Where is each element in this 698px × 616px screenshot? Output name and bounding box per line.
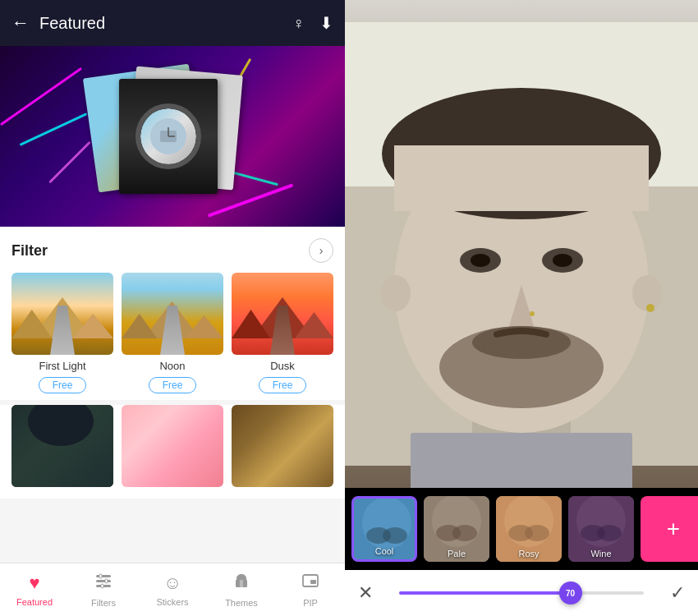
svg-point-36 xyxy=(432,496,481,547)
nav-item-featured[interactable]: ♥ Featured xyxy=(0,563,69,616)
thumb-item-2[interactable] xyxy=(122,405,223,487)
svg-point-24 xyxy=(553,254,572,267)
thumb-item-1[interactable] xyxy=(11,405,113,487)
featured-icon: ♥ xyxy=(29,572,39,594)
svg-rect-4 xyxy=(96,575,111,577)
filter-name-firstlight: First Light xyxy=(39,360,85,372)
close-button[interactable]: ✕ xyxy=(358,582,391,604)
main-photo xyxy=(345,0,698,488)
header-actions: ♀ ⬇ xyxy=(292,13,333,33)
svg-point-44 xyxy=(576,496,626,547)
filters-icon xyxy=(94,572,113,595)
filters-label: Filters xyxy=(91,598,116,608)
strip-item-pale[interactable]: Pale xyxy=(424,496,489,562)
filter-thumb-noon xyxy=(122,273,223,355)
download-icon[interactable]: ⬇ xyxy=(319,13,333,33)
svg-point-30 xyxy=(530,311,535,316)
intensity-slider[interactable]: 70 xyxy=(399,591,644,595)
content-area: Filter › First Light xyxy=(0,227,345,563)
pip-label: PIP xyxy=(303,598,318,608)
filter-section-header: Filter › xyxy=(11,238,333,263)
filter-item-firstlight[interactable]: First Light Free xyxy=(11,273,113,393)
search-icon[interactable]: ♀ xyxy=(292,14,305,33)
slider-fill xyxy=(399,591,571,595)
svg-rect-17 xyxy=(411,433,632,488)
nav-item-stickers[interactable]: ☺ Stickers xyxy=(138,563,207,616)
filter-item-noon[interactable]: Noon Free xyxy=(122,273,223,393)
watch-face xyxy=(135,103,201,169)
stickers-label: Stickers xyxy=(156,597,188,607)
add-icon: + xyxy=(667,516,680,542)
hero-banner xyxy=(0,46,345,227)
strip-item-cool[interactable]: Cool xyxy=(351,496,417,562)
pip-icon xyxy=(301,572,319,595)
deco-line-1 xyxy=(0,67,82,126)
app-header: ← Featured ♀ ⬇ xyxy=(0,0,345,46)
svg-point-42 xyxy=(525,525,549,541)
svg-point-34 xyxy=(383,527,407,544)
back-button[interactable]: ← xyxy=(11,12,30,34)
add-filter-button[interactable]: + xyxy=(641,496,698,562)
confirm-button[interactable]: ✓ xyxy=(652,582,685,604)
deco-line-3 xyxy=(48,141,91,184)
svg-point-38 xyxy=(452,525,477,541)
filter-strip: Cool Pale Rosy xyxy=(345,488,698,570)
svg-rect-20 xyxy=(394,145,649,211)
bottom-navigation: ♥ Featured Filters ☺ Stickers xyxy=(0,563,345,616)
svg-rect-11 xyxy=(240,580,243,587)
strip-label-pale: Pale xyxy=(424,549,489,559)
strip-label-wine: Wine xyxy=(568,549,634,559)
free-badge-noon: Free xyxy=(149,377,197,393)
stickers-icon: ☺ xyxy=(163,572,181,594)
free-badge-firstlight: Free xyxy=(39,377,87,393)
right-panel: Cool Pale Rosy xyxy=(345,0,698,616)
left-panel: ← Featured ♀ ⬇ xyxy=(0,0,345,616)
slider-value: 70 xyxy=(566,589,575,598)
slider-track: 70 xyxy=(399,591,644,595)
watch-photo xyxy=(119,79,218,194)
strip-label-rosy: Rosy xyxy=(496,549,562,559)
nav-item-themes[interactable]: Themes xyxy=(207,563,276,616)
slider-thumb[interactable]: 70 xyxy=(559,582,582,605)
svg-rect-5 xyxy=(96,580,111,582)
deco-line-2 xyxy=(20,113,88,146)
svg-rect-9 xyxy=(101,584,103,588)
free-badge-dusk: Free xyxy=(259,377,307,393)
themes-icon xyxy=(232,572,250,595)
svg-point-22 xyxy=(471,254,490,267)
filter-thumb-dusk xyxy=(232,273,333,355)
svg-point-27 xyxy=(381,275,411,311)
filter-section: Filter › First Light xyxy=(0,227,345,400)
filter-name-dusk: Dusk xyxy=(270,360,295,372)
svg-point-40 xyxy=(504,496,553,547)
filter-section-title: Filter xyxy=(11,242,48,260)
svg-point-26 xyxy=(439,326,604,408)
filter-item-dusk[interactable]: Dusk Free xyxy=(232,273,333,393)
filter-thumb-firstlight xyxy=(11,273,113,355)
strip-item-wine[interactable]: Wine xyxy=(568,496,634,562)
arrow-icon: › xyxy=(319,244,324,257)
thumbnail-grid xyxy=(0,405,345,499)
filter-grid: First Light Free Noon Free xyxy=(11,273,333,393)
page-title: Featured xyxy=(39,14,292,33)
watch-inner xyxy=(140,108,196,164)
filter-name-noon: Noon xyxy=(159,360,185,372)
svg-point-46 xyxy=(597,525,622,541)
svg-rect-13 xyxy=(310,580,316,584)
svg-point-29 xyxy=(646,304,654,312)
strip-label-cool: Cool xyxy=(354,546,415,556)
featured-label: Featured xyxy=(16,597,53,607)
svg-point-32 xyxy=(362,499,411,549)
svg-rect-8 xyxy=(105,579,108,583)
face-svg xyxy=(345,0,698,488)
filter-more-button[interactable]: › xyxy=(309,238,333,263)
themes-label: Themes xyxy=(225,598,258,608)
thumb-item-3[interactable] xyxy=(232,405,333,487)
svg-rect-7 xyxy=(99,574,102,578)
bottom-controls: ✕ 70 ✓ xyxy=(345,570,698,616)
hero-photo-stack xyxy=(90,62,255,210)
nav-item-pip[interactable]: PIP xyxy=(276,563,345,616)
nav-item-filters[interactable]: Filters xyxy=(69,563,138,616)
strip-item-rosy[interactable]: Rosy xyxy=(496,496,562,562)
